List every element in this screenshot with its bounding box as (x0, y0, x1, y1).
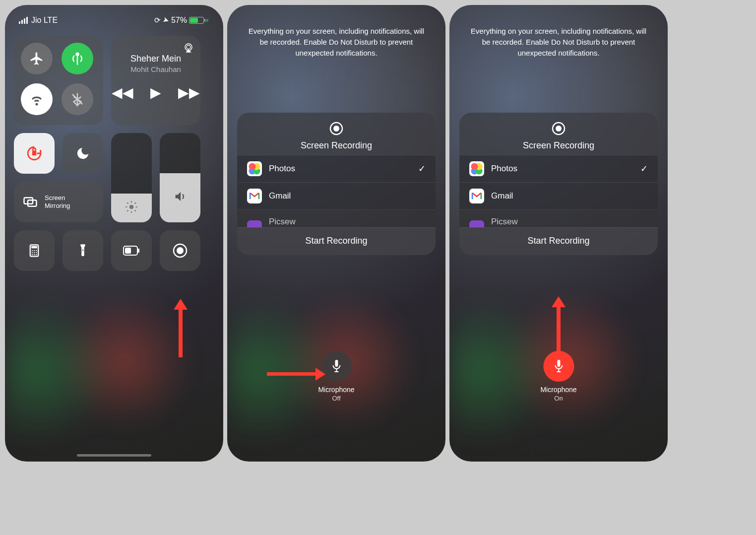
battery-icon (189, 17, 204, 24)
media-tile[interactable]: Sheher Mein Mohit Chauhan ◀◀ ▶ ▶▶ (111, 36, 200, 125)
start-recording-label: Start Recording (527, 236, 589, 246)
screen-recording-card: Screen Recording Photos ✓ Gmail Picsew S… (459, 113, 658, 255)
save-to-third-app[interactable]: Picsew (237, 209, 436, 227)
location-icon: ➤ (161, 15, 170, 25)
bluetooth-off-icon (70, 92, 85, 107)
app-name-third: Picsew (491, 217, 518, 227)
checkmark-icon: ✓ (640, 163, 648, 174)
screen-recording-expanded-mic-off: Everything on your screen, including not… (227, 5, 445, 462)
flashlight-button[interactable] (63, 230, 103, 271)
now-playing-artist: Mohit Chauhan (118, 65, 193, 73)
app-name-photos: Photos (491, 164, 517, 174)
annotation-arrow-1 (179, 308, 183, 357)
screen-recording-button[interactable] (160, 230, 200, 271)
svg-rect-28 (138, 249, 139, 253)
wifi-icon (29, 92, 44, 107)
save-to-photos[interactable]: Photos ✓ (237, 155, 436, 182)
status-bar: Jio LTE ⟳ ➤ 57% ⚡︎ (5, 5, 223, 28)
battery-half-icon (123, 246, 140, 256)
save-to-gmail[interactable]: Gmail (237, 182, 436, 209)
svg-line-12 (135, 210, 136, 211)
cellular-data-toggle[interactable] (62, 43, 93, 74)
orientation-lock-icon (26, 145, 43, 162)
save-to-gmail[interactable]: Gmail (459, 182, 658, 209)
svg-rect-3 (32, 150, 37, 155)
orientation-lock-toggle[interactable] (14, 133, 55, 174)
start-recording-button[interactable]: Start Recording (459, 227, 658, 255)
svg-point-38 (556, 126, 562, 132)
svg-point-22 (36, 252, 37, 253)
start-recording-button[interactable]: Start Recording (237, 227, 436, 255)
svg-point-25 (36, 254, 37, 255)
app-name-photos: Photos (269, 164, 295, 174)
svg-point-17 (32, 250, 33, 251)
screen-recording-title: Screen Recording (237, 140, 436, 151)
home-indicator[interactable] (77, 454, 151, 457)
airplane-mode-toggle[interactable] (21, 43, 53, 74)
screen-mirroring-label-1: Screen (45, 194, 70, 202)
svg-line-13 (127, 210, 128, 211)
volume-slider[interactable] (160, 133, 200, 222)
low-power-mode-toggle[interactable] (111, 230, 152, 271)
svg-point-26 (82, 250, 84, 251)
svg-point-23 (32, 254, 33, 255)
svg-point-24 (34, 254, 35, 255)
microphone-toggle[interactable] (543, 351, 574, 382)
brightness-slider[interactable] (111, 133, 152, 222)
screen-mirroring-icon (23, 195, 38, 209)
third-app-icon (247, 220, 262, 227)
svg-point-33 (333, 126, 339, 132)
microphone-icon (330, 359, 342, 373)
control-center-screenshot: Jio LTE ⟳ ➤ 57% ⚡︎ (5, 5, 223, 462)
svg-point-18 (34, 250, 35, 251)
photos-app-icon (469, 161, 484, 176)
svg-point-6 (129, 205, 134, 209)
forward-button[interactable]: ▶▶ (178, 84, 200, 101)
recording-info-text: Everything on your screen, including not… (227, 5, 445, 58)
airplay-icon[interactable] (183, 42, 194, 56)
rewind-button[interactable]: ◀◀ (112, 84, 133, 101)
connectivity-tile[interactable] (14, 36, 103, 125)
antenna-icon (70, 51, 85, 66)
speaker-icon (173, 190, 187, 203)
app-name-gmail: Gmail (269, 191, 291, 201)
calculator-icon (27, 244, 41, 258)
gmail-app-icon (469, 189, 484, 203)
screen-recording-title: Screen Recording (459, 140, 658, 151)
svg-line-14 (135, 202, 136, 203)
screen-recording-expanded-mic-on: Everything on your screen, including not… (449, 5, 668, 462)
microphone-state: On (540, 395, 576, 402)
svg-point-21 (34, 252, 35, 253)
moon-icon (75, 146, 90, 161)
record-icon (328, 121, 344, 136)
third-app-icon (469, 220, 484, 227)
microphone-toggle[interactable] (321, 351, 352, 382)
svg-rect-16 (31, 246, 37, 249)
do-not-disturb-toggle[interactable] (63, 133, 103, 174)
start-recording-label: Start Recording (305, 236, 367, 246)
calculator-button[interactable] (14, 230, 55, 271)
wifi-toggle[interactable] (21, 83, 53, 115)
app-name-gmail: Gmail (491, 191, 513, 201)
screen-mirroring-button[interactable]: Screen Mirroring (14, 182, 103, 222)
microphone-label: Microphone (318, 386, 354, 394)
play-button[interactable]: ▶ (150, 84, 161, 101)
microphone-icon (553, 359, 565, 373)
svg-point-20 (32, 252, 33, 253)
save-to-photos[interactable]: Photos ✓ (459, 155, 658, 182)
carrier-label: Jio LTE (31, 16, 58, 25)
svg-point-2 (187, 45, 190, 49)
svg-rect-39 (557, 360, 560, 367)
save-to-third-app[interactable]: Picsew (459, 209, 658, 227)
record-icon (172, 243, 188, 259)
bluetooth-toggle[interactable] (62, 83, 93, 115)
svg-point-19 (36, 250, 37, 251)
airplane-icon (29, 51, 44, 66)
photos-app-icon (247, 161, 262, 176)
microphone-state: Off (318, 395, 354, 402)
svg-rect-29 (125, 248, 131, 254)
svg-line-11 (127, 202, 128, 203)
record-icon (551, 121, 567, 136)
annotation-arrow-2 (267, 372, 316, 376)
app-name-third: Picsew (269, 217, 296, 227)
